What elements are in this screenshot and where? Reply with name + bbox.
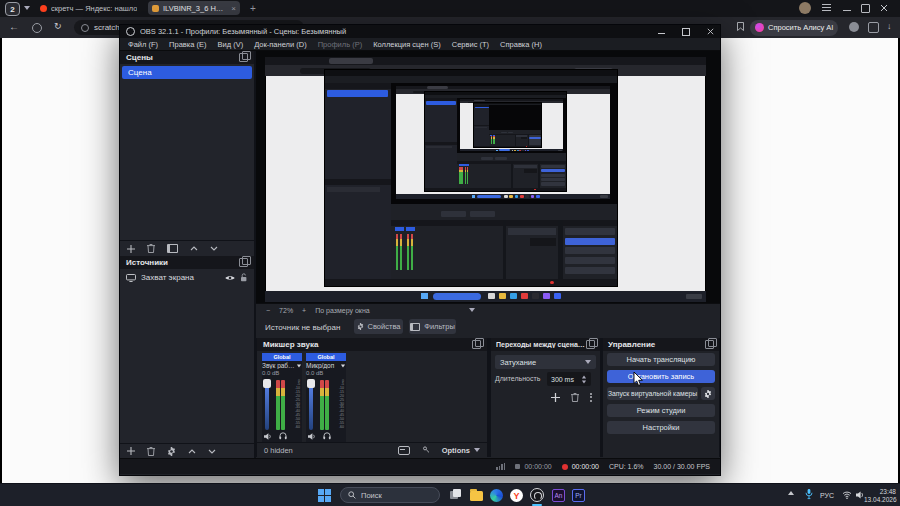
task-view-icon[interactable] — [450, 489, 462, 501]
volume-slider-handle[interactable] — [263, 379, 271, 388]
zoom-fit-caret-icon[interactable] — [469, 308, 475, 312]
settings-button[interactable]: Настройки — [607, 421, 715, 434]
menu-profile[interactable]: Профиль (P) — [318, 40, 362, 49]
transition-menu-kebab-icon[interactable] — [590, 391, 592, 403]
preview-l1-control-button — [565, 247, 615, 254]
alice-assistant-button[interactable]: Спросить Алису AI — [750, 20, 838, 36]
preview-l1-transition-select — [508, 228, 556, 235]
tray-microphone-icon[interactable] — [805, 489, 813, 500]
tab-list-chevron-icon[interactable] — [24, 6, 30, 10]
dock-popout-icon[interactable] — [239, 53, 248, 62]
mute-speaker-icon[interactable] — [264, 433, 272, 440]
window-close-icon[interactable] — [880, 4, 888, 12]
menu-docks[interactable]: Док-панели (D) — [254, 40, 306, 49]
monitor-headphones-icon[interactable] — [323, 432, 331, 440]
monitor-headphones-icon[interactable] — [279, 432, 287, 440]
source-move-up-icon[interactable] — [188, 449, 196, 454]
stream-time: 00:00:00 — [524, 463, 551, 470]
tray-wifi-icon[interactable] — [842, 491, 852, 499]
spin-down-icon[interactable] — [582, 380, 586, 383]
refresh-icon[interactable]: ↻ — [54, 21, 62, 31]
channel-name-dropdown[interactable]: Микр/доп — [306, 362, 340, 369]
options-dropdown[interactable]: Options — [442, 446, 480, 455]
menu-scene-collection[interactable]: Коллекция сцен (S) — [373, 40, 441, 49]
duration-spinbox[interactable]: 300 ms — [547, 372, 591, 386]
dock-popout-icon[interactable] — [239, 258, 248, 267]
source-lock-icon[interactable] — [240, 273, 248, 282]
back-icon[interactable]: ← — [9, 21, 19, 32]
window-minimize-icon[interactable] — [843, 10, 851, 11]
remove-scene-icon[interactable] — [147, 244, 155, 253]
obs-minimize-icon[interactable] — [658, 33, 665, 34]
source-item-display-capture[interactable]: Захват экрана — [122, 271, 252, 284]
edge-browser-icon[interactable] — [490, 489, 503, 502]
downloads-icon[interactable]: ↓ — [887, 21, 892, 31]
browser-tab-2-active[interactable]: ILVBINR_3_6 НОВОЕ (2 × — [148, 1, 240, 15]
source-move-down-icon[interactable] — [208, 449, 216, 454]
scene-filters-icon[interactable] — [167, 244, 178, 253]
obs-app-icon[interactable] — [530, 488, 544, 502]
source-visibility-eye-icon[interactable] — [225, 275, 235, 281]
mute-speaker-icon[interactable] — [308, 433, 316, 440]
obs-title-bar[interactable]: OBS 32.1.1 - Профили: Безымянный - Сцены… — [120, 25, 720, 38]
scene-move-up-icon[interactable] — [190, 246, 198, 251]
browser-tab-1[interactable]: скретч — Яндекс: нашло — [40, 2, 140, 15]
browser-profile-avatar[interactable] — [799, 2, 811, 14]
add-scene-icon[interactable] — [127, 245, 135, 253]
menu-edit[interactable]: Правка (E) — [169, 40, 206, 49]
tray-language[interactable]: РУС — [820, 492, 834, 499]
window-restore-icon[interactable] — [861, 4, 870, 13]
zoom-level: 72% — [279, 307, 293, 314]
dock-popout-icon[interactable] — [472, 340, 481, 349]
source-properties-gear-icon[interactable] — [167, 447, 176, 456]
menu-view[interactable]: Вид (V) — [218, 40, 244, 49]
start-streaming-button[interactable]: Начать трансляцию — [607, 353, 715, 366]
transition-select[interactable]: Затухание — [495, 355, 596, 369]
add-transition-icon[interactable] — [551, 393, 560, 402]
zoom-in-button[interactable]: + — [302, 307, 306, 314]
new-tab-button[interactable]: + — [247, 2, 259, 14]
yandex-browser-icon[interactable]: Y — [510, 489, 523, 502]
meter-scale: 0-5-10-15-20-25-30-35-40-45-50-55-60 — [331, 380, 344, 430]
zoom-fit-dropdown[interactable]: По размеру окна — [315, 307, 369, 314]
volume-slider-handle[interactable] — [307, 379, 315, 388]
adobe-animate-icon[interactable]: An — [552, 489, 565, 502]
preview-l3-tray — [558, 150, 562, 151]
mixer-layout-icon[interactable] — [398, 446, 410, 455]
scene-item-selected[interactable]: Сцена — [122, 66, 252, 79]
browser-menu-icon[interactable] — [822, 4, 831, 5]
studio-mode-button[interactable]: Режим студии — [607, 404, 715, 417]
scene-move-down-icon[interactable] — [210, 246, 218, 251]
menu-help[interactable]: Справка (H) — [500, 40, 542, 49]
spin-up-icon[interactable] — [582, 375, 586, 378]
zoom-out-button[interactable]: − — [266, 307, 270, 314]
tab-counter-badge[interactable]: 2 — [5, 2, 20, 16]
menu-file[interactable]: Файл (F) — [128, 40, 158, 49]
start-virtual-camera-button[interactable]: Запуск виртуальной камеры — [607, 387, 698, 400]
bookmark-icon[interactable] — [737, 22, 744, 31]
profile-icon[interactable] — [849, 22, 859, 32]
obs-close-icon[interactable] — [707, 28, 714, 35]
adobe-premiere-icon[interactable]: Pr — [572, 489, 585, 502]
taskbar-search[interactable]: Поиск — [340, 487, 440, 503]
add-source-icon[interactable] — [127, 447, 135, 455]
extensions-icon[interactable] — [868, 22, 879, 33]
filters-button[interactable]: Фильтры — [409, 319, 456, 334]
properties-button[interactable]: Свойства — [354, 319, 403, 334]
tray-clock[interactable]: 23:48 13.04.2026 — [864, 488, 896, 504]
channel-name-dropdown[interactable]: Звук раб. стола — [262, 362, 296, 369]
remove-source-icon[interactable] — [147, 447, 155, 456]
remove-transition-icon[interactable] — [571, 393, 579, 402]
tab-close-icon[interactable]: × — [231, 4, 236, 13]
virtual-camera-settings-button[interactable] — [701, 387, 715, 400]
audio-settings-icon[interactable] — [422, 446, 430, 454]
tray-chevron-up-icon[interactable] — [788, 491, 794, 495]
toolbar-circle-icon[interactable] — [32, 23, 42, 33]
stop-recording-button[interactable]: Остановить запись — [607, 370, 715, 383]
dock-popout-icon[interactable] — [586, 340, 595, 349]
start-button[interactable] — [318, 489, 331, 502]
dock-popout-icon[interactable] — [705, 340, 714, 349]
file-explorer-icon[interactable] — [470, 489, 483, 501]
menu-tools[interactable]: Сервис (T) — [452, 40, 489, 49]
obs-maximize-icon[interactable] — [682, 28, 690, 36]
